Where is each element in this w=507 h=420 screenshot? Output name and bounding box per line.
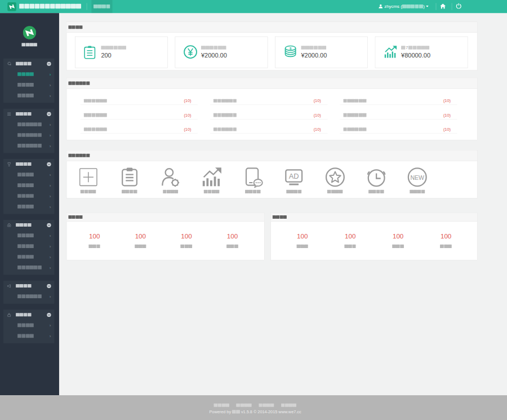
svg-text:$: $ — [290, 46, 292, 50]
svg-text:NEW: NEW — [411, 174, 425, 181]
svg-text:AD: AD — [289, 172, 299, 180]
